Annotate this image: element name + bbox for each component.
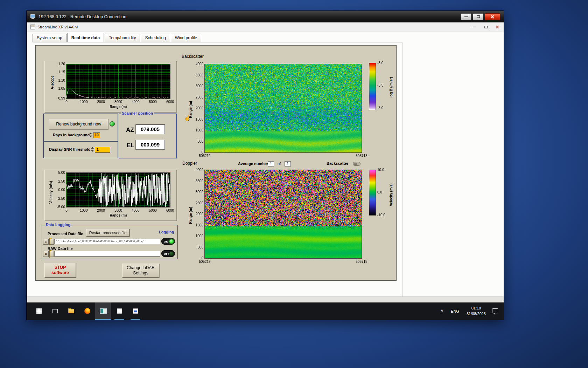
tab-system-setup[interactable]: System setup bbox=[33, 34, 66, 42]
rdp-minimize-button[interactable] bbox=[461, 13, 471, 20]
notes-app-button[interactable] bbox=[127, 302, 144, 320]
system-tray: ^ ENG 01:1031/08/2023 bbox=[437, 302, 504, 320]
stop-line1: STOP bbox=[55, 265, 66, 270]
axis-tick-label: 3500 bbox=[189, 179, 203, 183]
axis-tick-label: 505718 bbox=[351, 260, 372, 264]
velocity-x-axis-label: Range (m) bbox=[101, 213, 136, 217]
tab-temp-humidity[interactable]: Temp/humidity bbox=[105, 34, 140, 42]
rdp-window-title: 192.168.0.122 - Remote Desktop Connectio… bbox=[38, 14, 460, 19]
processed-browse-button[interactable] bbox=[49, 239, 54, 245]
tab-underline bbox=[33, 42, 402, 42]
rdp-close-button[interactable] bbox=[485, 13, 500, 20]
change-line1: Change LiDAR bbox=[127, 265, 155, 271]
elevation-label: EL bbox=[127, 142, 134, 149]
processed-logging-toggle[interactable]: ON bbox=[161, 238, 175, 245]
average-of-label: of bbox=[278, 162, 281, 166]
scan-scheduler-button[interactable] bbox=[111, 302, 127, 320]
language-indicator[interactable]: ENG bbox=[447, 309, 463, 313]
axis-tick-label: -5.00 bbox=[49, 205, 65, 209]
snr-spinner[interactable] bbox=[91, 146, 94, 152]
axis-tick-label: 1.20 bbox=[49, 62, 65, 66]
logging-label: Logging bbox=[159, 230, 174, 234]
streamline-app-button[interactable] bbox=[95, 302, 111, 320]
axis-tick-label: 6000 bbox=[164, 100, 176, 104]
rdp-titlebar[interactable]: 192.168.0.122 - Remote Desktop Connectio… bbox=[27, 11, 504, 22]
folder-icon bbox=[49, 239, 50, 245]
processed-path-field[interactable]: C:\Lidar\Data\Proc\2023\202308\20230831\… bbox=[54, 239, 160, 244]
data-logging-title: Data Logging bbox=[45, 223, 71, 227]
axis-tick-label: 5000 bbox=[147, 100, 159, 104]
backscatter-doppler-toggle[interactable] bbox=[353, 162, 360, 166]
scanner-position-group: Scanner position AZ 079.005 EL 000.099 bbox=[119, 114, 177, 158]
stop-software-button[interactable]: STOPsoftware bbox=[44, 263, 76, 278]
toggle-on-label: ON bbox=[164, 240, 168, 243]
streamline-app-icon bbox=[100, 308, 107, 314]
rdp-maximize-button[interactable] bbox=[473, 13, 483, 20]
tab-bar: System setupReal time dataTemp/humidityS… bbox=[33, 34, 202, 42]
horizontal-scrollbar[interactable] bbox=[27, 297, 504, 302]
rays-spinner[interactable] bbox=[89, 132, 92, 138]
mouse-cursor: ☝ bbox=[184, 115, 191, 121]
task-view-button[interactable] bbox=[47, 302, 63, 320]
backscatter-colorbar-label: log B (/m/sr) bbox=[389, 77, 393, 97]
change-lidar-settings-button[interactable]: Change LiDARSettings bbox=[122, 264, 159, 278]
doppler-section-title: Doppler bbox=[182, 161, 197, 166]
app-restore-button[interactable] bbox=[481, 24, 491, 30]
action-center-icon[interactable] bbox=[492, 308, 498, 313]
axis-tick-label: 6000 bbox=[164, 209, 176, 212]
axis-tick-label: 4000 bbox=[189, 62, 203, 66]
raw-path-field[interactable] bbox=[54, 251, 160, 257]
raw-path-type-button[interactable]: C bbox=[43, 251, 49, 257]
ascope-x-axis-label: Range (m) bbox=[101, 105, 136, 109]
snr-threshold-group: Display SNR threshold 1 bbox=[43, 141, 118, 158]
windows-logo-icon bbox=[36, 308, 42, 314]
axis-tick-label: 4000 bbox=[189, 168, 203, 172]
app-titlebar[interactable]: StreamLine XR v14-6.vi bbox=[27, 22, 504, 32]
axis-tick-label: 1000 bbox=[189, 128, 203, 132]
minimize-icon bbox=[473, 27, 476, 27]
azimuth-label: AZ bbox=[126, 127, 134, 134]
app-minimize-button[interactable] bbox=[469, 24, 479, 30]
processed-data-file-label: Processed Data file bbox=[48, 232, 83, 236]
axis-tick-label: 0 bbox=[60, 100, 73, 104]
tab-wind-profile[interactable]: Wind profile bbox=[171, 34, 201, 42]
raw-browse-button[interactable] bbox=[49, 251, 54, 257]
axis-tick-label: 10.0 bbox=[377, 168, 389, 172]
backscatter-colorbar bbox=[369, 63, 376, 110]
backscatter-toggle-label: Backscatter bbox=[327, 161, 348, 165]
firefox-icon bbox=[84, 308, 90, 314]
axis-tick-label: 5.00 bbox=[49, 171, 65, 175]
processed-path-type-button[interactable]: C bbox=[43, 239, 49, 245]
velocity-line-plot bbox=[66, 173, 170, 207]
tray-expand-chevron-icon[interactable]: ^ bbox=[437, 309, 447, 314]
labview-vi-icon bbox=[30, 25, 35, 29]
toggle-knob bbox=[354, 163, 357, 165]
app-close-button[interactable] bbox=[492, 24, 503, 30]
taskbar-clock[interactable]: 01:1031/08/2023 bbox=[463, 306, 489, 316]
data-logging-group: Data Logging Processed Data file Restart… bbox=[42, 225, 178, 259]
average-number-field[interactable]: 1 bbox=[268, 161, 274, 166]
folder-icon bbox=[49, 251, 50, 258]
file-explorer-icon bbox=[68, 309, 74, 313]
background-controls-group: Renew background now Rays in background … bbox=[43, 114, 118, 141]
raw-logging-toggle[interactable]: OFF bbox=[161, 250, 175, 257]
tab-scheduling[interactable]: Scheduling bbox=[141, 34, 170, 42]
ascope-line-plot bbox=[66, 64, 170, 98]
rays-value-field[interactable]: 10 bbox=[93, 132, 100, 138]
doppler-y-axis-label: Range (m) bbox=[189, 207, 192, 224]
doppler-colorbar bbox=[369, 170, 376, 215]
doppler-heatmap-plot bbox=[205, 170, 362, 258]
axis-tick-label: 3000 bbox=[189, 84, 203, 88]
ascope-graph-frame: A-scope 1.201.151.101.050.99010002000300… bbox=[44, 61, 177, 112]
tab-real-time-data[interactable]: Real time data bbox=[67, 33, 104, 42]
start-button[interactable] bbox=[31, 302, 47, 320]
restart-processed-file-button[interactable]: Restart processed file bbox=[86, 229, 130, 237]
firefox-button[interactable] bbox=[79, 302, 95, 320]
renew-background-button[interactable]: Renew background now bbox=[49, 119, 108, 129]
snr-value-field[interactable]: 1 bbox=[95, 147, 110, 153]
restore-icon bbox=[484, 26, 488, 28]
renew-background-led bbox=[110, 121, 115, 127]
average-total-field[interactable]: 1 bbox=[285, 161, 291, 166]
file-explorer-button[interactable] bbox=[63, 302, 79, 320]
snr-threshold-label: Display SNR threshold bbox=[49, 147, 91, 151]
